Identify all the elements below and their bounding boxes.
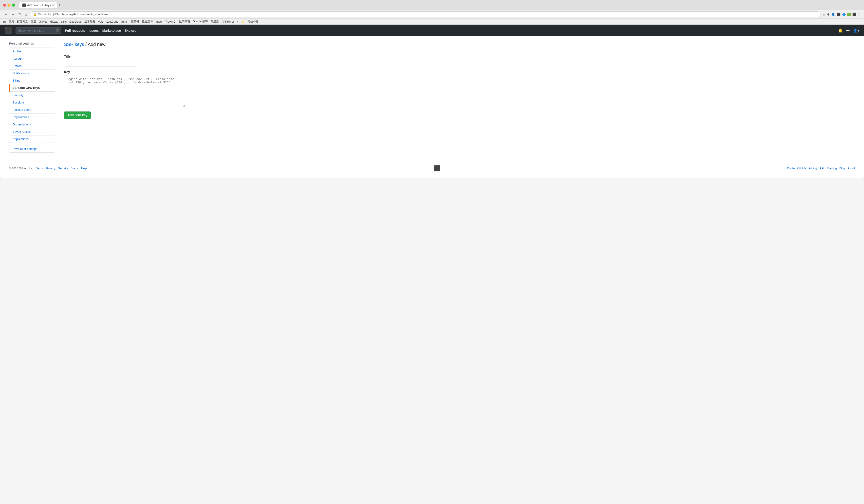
maximize-button[interactable]	[12, 4, 15, 7]
key-label: Key	[64, 70, 855, 74]
title-form-group: Title	[64, 54, 855, 66]
url-text: https://github.com/settings/ssh/new	[62, 13, 108, 16]
bookmark-baidu[interactable]: 百度	[31, 20, 36, 24]
bookmark-leetcode[interactable]: LeetCode	[106, 20, 118, 23]
org-label: GitHub, Inc. [US]	[38, 13, 59, 16]
breadcrumb-ssh-keys-link[interactable]: SSH keys	[64, 42, 84, 47]
bookmark-aliyun[interactable]: 阿里云	[211, 20, 219, 24]
bookmark-daoclound[interactable]: DaoCloud	[69, 20, 81, 23]
extension-icon-4[interactable]: 🔷	[842, 13, 846, 16]
footer-link-about[interactable]: About	[848, 167, 855, 170]
sidebar-item-sessions[interactable]: Sessions	[9, 99, 55, 106]
bookmark-imgur[interactable]: Imgur	[156, 20, 163, 23]
sidebar-item-organizations[interactable]: Organizations	[9, 121, 55, 128]
url-bar[interactable]: 🔒 GitHub, Inc. [US] | https://github.com…	[30, 11, 821, 17]
footer-right: Contact GitHub Pricing API Training Blog…	[787, 167, 855, 170]
sidebar-item-billing[interactable]: Billing	[9, 77, 55, 84]
nav-marketplace[interactable]: Marketplace	[103, 29, 121, 33]
extension-icon-5[interactable]: 🟩	[847, 13, 851, 16]
bookmark-vultr[interactable]: Vultr	[98, 20, 104, 23]
bookmark-other[interactable]: 其他书签	[248, 20, 259, 24]
sidebar-item-blocked-users[interactable]: Blocked users	[9, 106, 55, 113]
sidebar-item-saved-replies[interactable]: Saved replies	[9, 128, 55, 135]
bookmark-more[interactable]: »	[237, 20, 239, 23]
bookmark-gists[interactable]: gists	[61, 20, 67, 23]
nav-explore[interactable]: Explore	[124, 29, 136, 33]
sidebar-item-emails[interactable]: Emails	[9, 62, 55, 70]
add-ssh-key-button[interactable]: Add SSH key	[64, 111, 91, 119]
sidebar-item-ssh-gpg[interactable]: SSH and GPG keys	[9, 84, 55, 91]
search-bar[interactable]: Search or jump to... /	[15, 27, 61, 34]
bookmark-sao[interactable]: 骚逼汪™	[142, 20, 153, 24]
sidebar-item-security[interactable]: Security	[9, 91, 55, 99]
footer-link-security[interactable]: Security	[58, 167, 68, 170]
footer-link-training[interactable]: Training	[827, 167, 837, 170]
back-button[interactable]: ←	[3, 12, 9, 17]
star-icon[interactable]: ☆	[823, 13, 826, 16]
footer-link-status[interactable]: Status	[71, 167, 79, 170]
minimize-button[interactable]	[8, 4, 11, 7]
close-button[interactable]	[3, 4, 6, 7]
footer-link-contact-github[interactable]: Contact GitHub	[787, 167, 806, 170]
sidebar-section-title: Personal settings	[9, 42, 55, 45]
bookmark-baidu-netdisk[interactable]: 百度网盘	[17, 20, 28, 24]
new-tab-button[interactable]: +	[58, 3, 61, 8]
tab-bar: ⬛ Add new SSH keys ✕ +	[20, 2, 861, 8]
bookmark-google-translate[interactable]: Google 翻译	[193, 20, 208, 24]
key-textarea[interactable]	[64, 75, 185, 107]
new-item-button[interactable]: +▾	[846, 28, 850, 33]
tab-title: Add new SSH keys	[27, 4, 51, 7]
sidebar-nav: Profile Account Emails Notifications Bil…	[9, 48, 55, 143]
bookmark-apkmirror[interactable]: APKMirror	[221, 20, 234, 23]
sidebar-item-applications[interactable]: Applications	[9, 135, 55, 143]
user-avatar[interactable]: 👤▾	[853, 28, 860, 33]
nav-pull-requests[interactable]: Pull requests	[65, 29, 85, 33]
footer-link-api[interactable]: API	[820, 167, 824, 170]
search-slash-badge: /	[56, 29, 59, 32]
active-tab[interactable]: ⬛ Add new SSH keys ✕	[20, 2, 57, 8]
footer-link-pricing[interactable]: Pricing	[809, 167, 817, 170]
refresh-button[interactable]: ↻	[17, 12, 22, 17]
sidebar: Personal settings Profile Account Emails…	[9, 42, 55, 152]
menu-icon[interactable]: ⋮	[857, 13, 861, 16]
footer-link-terms[interactable]: Terms	[36, 167, 44, 170]
sidebar-item-developer-settings[interactable]: Developer settings	[9, 145, 55, 152]
notifications-bell-icon[interactable]: 🔔	[838, 28, 843, 33]
bookmark-remote[interactable]: 迅雷远程	[84, 20, 95, 24]
bookmarks-grid-icon: ⊞	[3, 20, 6, 24]
home-button[interactable]: ⌂	[24, 12, 28, 17]
bookmark-travis[interactable]: Travis CI	[165, 20, 176, 23]
extension-icon-6[interactable]: ⬛	[852, 13, 856, 16]
sidebar-item-repositories[interactable]: Repositories	[9, 113, 55, 121]
title-input[interactable]	[64, 60, 137, 66]
extension-icon-2[interactable]: 👤	[831, 13, 835, 16]
bookmark-gitlab[interactable]: GitLab	[50, 20, 58, 23]
nav-issues[interactable]: Issues	[89, 29, 99, 33]
tab-close-button[interactable]: ✕	[52, 4, 54, 7]
sidebar-item-profile[interactable]: Profile	[9, 48, 55, 55]
key-form-group: Key	[64, 70, 855, 108]
address-bar: ← → ↻ ⌂ 🔒 GitHub, Inc. [US] | https://gi…	[0, 10, 864, 19]
bookmark-gmail[interactable]: Gmail	[121, 20, 128, 23]
extension-icon-3[interactable]: ⬛	[837, 13, 840, 16]
footer-link-privacy[interactable]: Privacy	[46, 167, 55, 170]
developer-settings-section: Developer settings	[9, 145, 55, 152]
traffic-lights[interactable]	[3, 4, 15, 7]
forward-button[interactable]: →	[10, 12, 15, 17]
github-logo: ⬛	[4, 27, 12, 34]
breadcrumb: SSH keys / Add new	[64, 42, 855, 51]
sidebar-item-notifications[interactable]: Notifications	[9, 70, 55, 77]
bookmark-szyuzhou[interactable]: 数字宇宙	[179, 20, 190, 24]
sidebar-item-account[interactable]: Account	[9, 55, 55, 62]
footer-left: © 2018 GitHub, Inc. Terms Privacy Securi…	[9, 167, 87, 170]
bookmark-apps[interactable]: 应用	[9, 20, 14, 24]
footer-link-blog[interactable]: Blog	[840, 167, 845, 170]
bookmark-github[interactable]: GitHub	[39, 20, 47, 23]
extension-icon-1[interactable]: ⚙	[827, 13, 830, 16]
bookmark-zhihuishu[interactable]: 智慧树	[131, 20, 139, 24]
header-icons: 🔔 +▾ 👤▾	[838, 28, 860, 33]
footer: © 2018 GitHub, Inc. Terms Privacy Securi…	[0, 158, 864, 179]
footer-link-help[interactable]: Help	[81, 167, 87, 170]
tab-favicon: ⬛	[22, 3, 26, 7]
bookmarks-folder-icon: 📁	[241, 20, 245, 23]
